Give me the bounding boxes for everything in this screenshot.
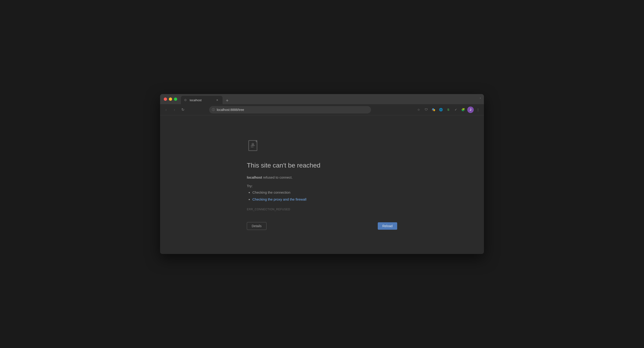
error-description-suffix: refused to connect. [262, 175, 292, 179]
suggestion-proxy-link[interactable]: Checking the proxy and the firewall [252, 197, 306, 201]
tab-title: localhost [190, 98, 213, 102]
traffic-lights [160, 97, 181, 101]
error-host: localhost [247, 175, 262, 179]
svg-point-7 [252, 143, 254, 145]
suggestion-connection-text: Checking the connection [252, 190, 290, 194]
address-bar: ‹ › ↻ ⓘ localhost:8888/tree ☆ 🛡 🎭 🌐 S ✓ … [160, 104, 484, 115]
toolbar-icons: ☆ 🛡 🎭 🌐 S ✓ 🧩 J ⋮ [416, 106, 481, 113]
more-menu-icon[interactable]: ⋮ [475, 106, 481, 113]
suggestion-proxy[interactable]: Checking the proxy and the firewall [252, 197, 397, 202]
avatar[interactable]: J [467, 106, 474, 113]
url-bar[interactable]: ⓘ localhost:8888/tree [209, 106, 371, 113]
extension-shield-icon[interactable]: 🛡 [423, 106, 429, 113]
extension-check-icon[interactable]: ✓ [452, 106, 459, 113]
window-controls-right: ˅ [480, 97, 484, 101]
url-address: localhost:8888/tree [217, 108, 368, 112]
back-button[interactable]: ‹ [163, 106, 169, 113]
url-security-icon: ⓘ [212, 108, 215, 112]
reload-button[interactable]: ↻ [180, 106, 186, 113]
browser-window: ⊙ localhost × + ˅ ‹ › ↻ ⓘ localhost:8888… [160, 94, 484, 254]
try-list: Checking the connection Checking the pro… [247, 190, 397, 202]
new-tab-button[interactable]: + [224, 97, 231, 104]
maximize-button[interactable] [174, 97, 177, 101]
error-actions: Details Reload [247, 222, 397, 230]
error-description: localhost refused to connect. [247, 175, 397, 180]
tab-close-icon[interactable]: × [215, 98, 219, 102]
tab-favicon-icon: ⊙ [184, 98, 188, 102]
tabs-area: ⊙ localhost × + [181, 94, 480, 104]
forward-button[interactable]: › [171, 106, 178, 113]
reload-button[interactable]: Reload [378, 222, 397, 230]
extension-globe-icon[interactable]: 🌐 [438, 106, 444, 113]
minimize-button[interactable] [169, 97, 172, 101]
back-icon: ‹ [166, 108, 166, 112]
error-container: This site can't be reached localhost ref… [247, 140, 397, 230]
error-icon [247, 140, 397, 154]
active-tab[interactable]: ⊙ localhost × [181, 96, 222, 104]
suggestion-connection: Checking the connection [252, 190, 397, 195]
title-bar: ⊙ localhost × + ˅ [160, 94, 484, 104]
page-content: This site can't be reached localhost ref… [160, 115, 484, 254]
forward-icon: › [174, 108, 175, 112]
extension-puzzle-icon[interactable]: 🧩 [460, 106, 466, 113]
details-button[interactable]: Details [247, 222, 266, 230]
extension-s-icon[interactable]: S [445, 106, 452, 113]
reload-icon: ↻ [181, 107, 184, 112]
close-button[interactable] [164, 97, 167, 101]
extension-theater-icon[interactable]: 🎭 [430, 106, 437, 113]
chevron-down-icon: ˅ [480, 97, 481, 101]
error-title: This site can't be reached [247, 162, 397, 169]
error-code: ERR_CONNECTION_REFUSED [247, 208, 397, 211]
try-label: Try: [247, 184, 397, 188]
bookmark-icon[interactable]: ☆ [416, 106, 422, 113]
